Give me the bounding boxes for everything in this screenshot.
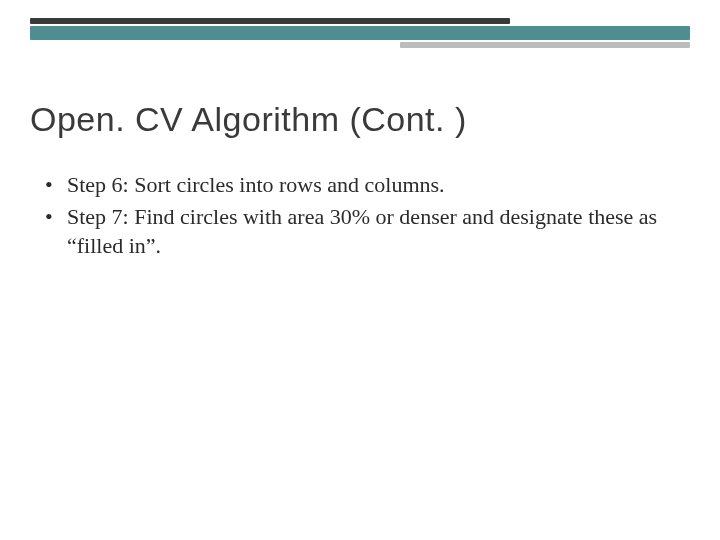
slide-title: Open. CV Algorithm (Cont. ) <box>30 100 467 139</box>
accent-bar-dark <box>30 18 510 24</box>
bullet-item: Step 6: Sort circles into rows and colum… <box>45 170 665 200</box>
accent-bar-teal <box>30 26 690 40</box>
bullet-item: Step 7: Find circles with area 30% or de… <box>45 202 665 261</box>
accent-bar-gray <box>400 42 690 48</box>
slide: Open. CV Algorithm (Cont. ) Step 6: Sort… <box>0 0 720 540</box>
slide-body: Step 6: Sort circles into rows and colum… <box>45 170 665 263</box>
